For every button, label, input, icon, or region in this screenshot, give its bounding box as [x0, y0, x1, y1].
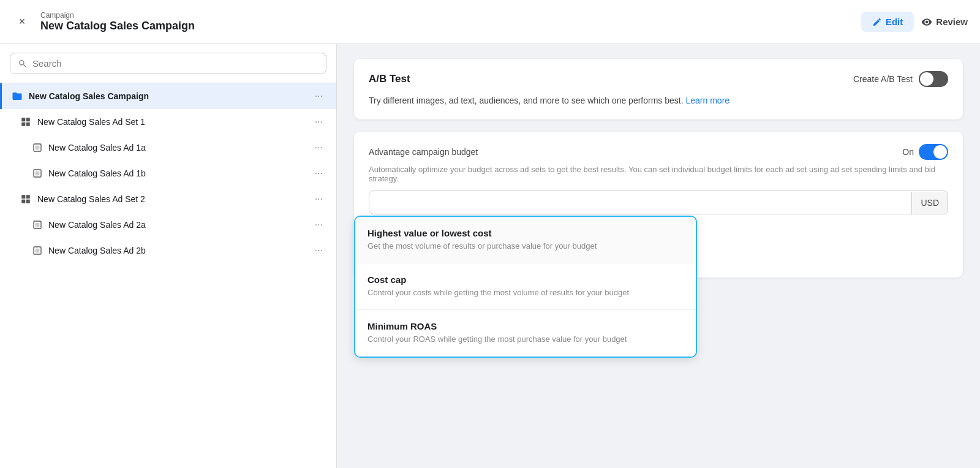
ad1a-dots-button[interactable]: ··· [311, 141, 326, 154]
folder-icon [12, 91, 23, 102]
bid-option-description: Get the most volume of results or purcha… [368, 241, 684, 252]
search-bar [0, 44, 336, 83]
sidebar-item-ad-1b[interactable]: New Catalog Sales Ad 1b ··· [0, 160, 336, 186]
ad-icon [32, 220, 42, 230]
header-title-group: Campaign New Catalog Sales Campaign [40, 11, 195, 32]
header-title: New Catalog Sales Campaign [40, 20, 195, 32]
svg-rect-5 [36, 223, 40, 227]
review-button[interactable]: Review [921, 17, 968, 28]
adset-icon [20, 194, 31, 205]
bid-option-title: Minimum ROAS [368, 321, 684, 331]
svg-rect-3 [36, 172, 40, 176]
ad-icon [32, 143, 42, 153]
search-input-wrap[interactable] [10, 53, 326, 74]
sidebar-campaign-label: New Catalog Sales Campaign [29, 91, 149, 101]
search-input[interactable] [32, 58, 318, 69]
ad2a-dots-button[interactable]: ··· [311, 218, 326, 232]
budget-toggle[interactable] [919, 144, 948, 160]
campaign-dots-button[interactable]: ··· [311, 89, 326, 103]
sidebar-ad2a-label: New Catalog Sales Ad 2a [48, 220, 146, 230]
sidebar-item-ad-2a[interactable]: New Catalog Sales Ad 2a ··· [0, 212, 336, 238]
sidebar-ad1a-label: New Catalog Sales Ad 1a [48, 143, 146, 153]
toggle-knob [920, 72, 933, 86]
tree-item-left: New Catalog Sales Ad Set 1 [20, 116, 145, 127]
edit-label: Edit [886, 17, 903, 27]
svg-rect-1 [36, 146, 40, 150]
search-icon [18, 59, 28, 69]
svg-rect-7 [36, 249, 40, 253]
sidebar: New Catalog Sales Campaign ··· New Catal… [0, 44, 337, 468]
header-left: × Campaign New Catalog Sales Campaign [12, 11, 195, 32]
app-header: × Campaign New Catalog Sales Campaign Ed… [0, 0, 980, 44]
ab-test-title: A/B Test [369, 73, 410, 85]
budget-input[interactable] [369, 191, 911, 214]
budget-row: Advantage campaign budget On [369, 144, 948, 160]
on-label: On [902, 147, 914, 157]
eye-icon [921, 17, 932, 28]
adset1-dots-button[interactable]: ··· [311, 115, 326, 129]
ab-test-card: A/B Test Create A/B Test Try different i… [354, 59, 963, 119]
tree-item-left: New Catalog Sales Campaign [12, 91, 149, 102]
bid-option-description: Control your costs while getting the mos… [368, 287, 684, 298]
sidebar-ad2b-label: New Catalog Sales Ad 2b [48, 246, 146, 255]
main-content: New Catalog Sales Campaign ··· New Catal… [0, 44, 980, 468]
ab-test-toggle-label: Create A/B Test [853, 74, 913, 84]
edit-icon [872, 17, 882, 27]
sidebar-adset1-label: New Catalog Sales Ad Set 1 [37, 117, 145, 127]
ab-test-header: A/B Test Create A/B Test [369, 71, 948, 87]
ad1b-dots-button[interactable]: ··· [311, 167, 326, 180]
tree-item-left: New Catalog Sales Ad Set 2 [20, 194, 145, 205]
tree-item-left: New Catalog Sales Ad 2a [32, 220, 146, 230]
tree-item-left: New Catalog Sales Ad 1b [32, 168, 146, 178]
ab-test-toggle[interactable] [919, 71, 948, 87]
close-button[interactable]: × [12, 12, 32, 32]
sidebar-item-adset-1[interactable]: New Catalog Sales Ad Set 1 ··· [0, 109, 336, 135]
bid-strategy-popup: Highest value or lowest cost Get the mos… [354, 216, 697, 358]
budget-label: Advantage campaign budget [369, 147, 478, 157]
toggle-knob [933, 145, 947, 159]
edit-button[interactable]: Edit [861, 12, 914, 32]
tree-item-left: New Catalog Sales Ad 1a [32, 143, 146, 153]
bid-option-description: Control your ROAS while getting the most… [368, 334, 684, 345]
ab-test-toggle-group: Create A/B Test [853, 71, 948, 87]
bid-option-highest-value[interactable]: Highest value or lowest cost Get the mos… [355, 217, 696, 263]
right-panel: A/B Test Create A/B Test Try different i… [337, 44, 980, 468]
currency-suffix: USD [911, 192, 948, 214]
sidebar-adset2-label: New Catalog Sales Ad Set 2 [37, 194, 145, 204]
header-breadcrumb: Campaign [40, 11, 195, 20]
bid-option-title: Highest value or lowest cost [368, 228, 684, 238]
sidebar-ad1b-label: New Catalog Sales Ad 1b [48, 168, 146, 178]
budget-input-row: USD [369, 191, 948, 214]
budget-description: Automatically optimize your budget acros… [369, 165, 948, 183]
ab-test-description: Try different images, ad text, audiences… [369, 94, 948, 107]
bid-option-title: Cost cap [368, 274, 684, 285]
budget-toggle-right: On [902, 144, 948, 160]
review-label: Review [936, 17, 968, 27]
sidebar-item-ad-2b[interactable]: New Catalog Sales Ad 2b ··· [0, 238, 336, 263]
ad-icon [32, 246, 42, 255]
tree-item-left: New Catalog Sales Ad 2b [32, 246, 146, 255]
sidebar-item-adset-2[interactable]: New Catalog Sales Ad Set 2 ··· [0, 186, 336, 212]
sidebar-tree: New Catalog Sales Campaign ··· New Catal… [0, 83, 336, 468]
ad-icon [32, 168, 42, 178]
ad2b-dots-button[interactable]: ··· [311, 244, 326, 257]
adset2-dots-button[interactable]: ··· [311, 192, 326, 206]
bid-option-min-roas[interactable]: Minimum ROAS Control your ROAS while get… [355, 310, 696, 356]
sidebar-item-ad-1a[interactable]: New Catalog Sales Ad 1a ··· [0, 135, 336, 160]
bid-option-cost-cap[interactable]: Cost cap Control your costs while gettin… [355, 263, 696, 310]
learn-more-link[interactable]: Learn more [686, 96, 730, 105]
header-right: Edit Review [861, 12, 968, 32]
sidebar-item-campaign[interactable]: New Catalog Sales Campaign ··· [0, 83, 336, 109]
adset-icon [20, 116, 31, 127]
